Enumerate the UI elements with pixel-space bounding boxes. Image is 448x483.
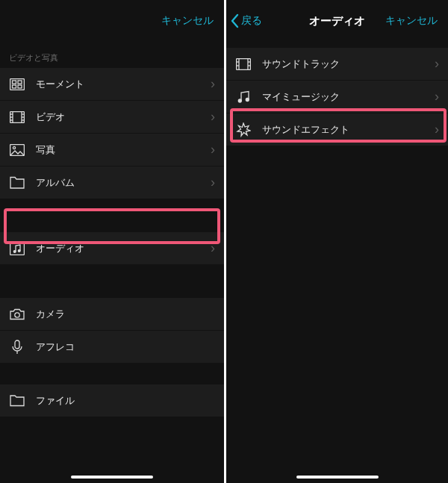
sound-effect-icon — [235, 122, 252, 138]
row-moments[interactable]: モーメント › — [0, 68, 224, 101]
cancel-button[interactable]: キャンセル — [385, 14, 438, 28]
svg-point-17 — [13, 250, 16, 252]
svg-rect-2 — [18, 81, 22, 84]
list-audio: オーディオ › — [0, 232, 224, 265]
row-camera[interactable]: カメラ — [0, 298, 224, 331]
row-label: アフレコ — [36, 340, 215, 354]
svg-point-18 — [18, 249, 20, 252]
chevron-right-icon: › — [435, 122, 439, 137]
svg-rect-1 — [13, 81, 16, 84]
chevron-right-icon: › — [211, 240, 215, 256]
row-album[interactable]: アルバム › — [0, 166, 224, 199]
chevron-right-icon: › — [211, 175, 215, 190]
svg-point-30 — [246, 98, 249, 101]
row-label: ビデオ — [36, 110, 211, 124]
row-label: サウンドエフェクト — [262, 123, 435, 137]
cancel-button[interactable]: キャンセル — [161, 14, 214, 28]
soundtrack-icon — [235, 56, 252, 72]
list-capture: カメラ アフレコ — [0, 298, 224, 364]
video-icon — [9, 109, 25, 125]
chevron-right-icon: › — [211, 76, 215, 92]
camera-icon — [9, 306, 25, 322]
navbar-right: 戻る オーディオ キャンセル — [226, 0, 448, 42]
moments-icon — [9, 76, 25, 93]
svg-point-19 — [15, 312, 19, 317]
row-voiceover[interactable]: アフレコ — [0, 331, 224, 364]
chevron-right-icon: › — [435, 89, 439, 105]
folder-icon — [9, 393, 25, 409]
chevron-right-icon: › — [435, 56, 439, 72]
chevron-left-icon — [231, 13, 240, 28]
svg-point-29 — [238, 99, 241, 102]
chevron-right-icon: › — [211, 109, 215, 125]
row-soundtracks[interactable]: サウンドトラック › — [226, 48, 448, 81]
svg-rect-4 — [18, 85, 22, 88]
row-sound-effects[interactable]: サウンドエフェクト › — [226, 113, 448, 146]
home-indicator[interactable] — [296, 476, 379, 479]
row-label: モーメント — [36, 78, 211, 91]
row-label: オーディオ — [36, 242, 211, 255]
list-media: モーメント › ビデオ › 写真 › アルバム › — [0, 68, 224, 199]
navbar-left: キャンセル — [0, 0, 224, 42]
back-label: 戻る — [241, 14, 262, 28]
svg-point-15 — [13, 146, 15, 149]
back-button[interactable]: 戻る — [231, 13, 262, 28]
row-label: サウンドトラック — [262, 57, 435, 71]
screen-media-picker: キャンセル ビデオと写真 モーメント › ビデオ › 写真 › — [0, 0, 224, 483]
section-header-video-photo: ビデオと写真 — [0, 42, 224, 68]
list-files: ファイル — [0, 384, 224, 417]
chevron-right-icon: › — [211, 142, 215, 158]
svg-rect-3 — [13, 85, 16, 88]
music-icon — [235, 89, 252, 105]
list-audio-sources: サウンドトラック › マイミュージック › サウンドエフェクト › — [226, 48, 448, 146]
row-photo[interactable]: 写真 › — [0, 134, 224, 166]
screen-audio-picker: 戻る オーディオ キャンセル サウンドトラック › マイミュージック › — [224, 0, 448, 483]
section-gap — [0, 265, 224, 298]
row-label: マイミュージック — [262, 90, 435, 104]
mic-icon — [9, 339, 25, 355]
row-mymusic[interactable]: マイミュージック › — [226, 81, 448, 113]
photo-icon — [9, 142, 25, 158]
svg-rect-20 — [15, 340, 19, 349]
audio-icon — [9, 240, 25, 257]
section-gap — [0, 364, 224, 384]
row-video[interactable]: ビデオ › — [0, 101, 224, 134]
album-icon — [9, 175, 25, 191]
row-label: アルバム — [36, 176, 211, 190]
row-files[interactable]: ファイル — [0, 384, 224, 417]
section-gap — [0, 199, 224, 232]
home-indicator[interactable] — [71, 476, 153, 479]
row-label: 写真 — [36, 143, 211, 157]
row-label: ファイル — [36, 394, 215, 408]
row-label: カメラ — [36, 308, 215, 321]
svg-rect-16 — [10, 242, 25, 255]
row-audio[interactable]: オーディオ › — [0, 232, 224, 265]
